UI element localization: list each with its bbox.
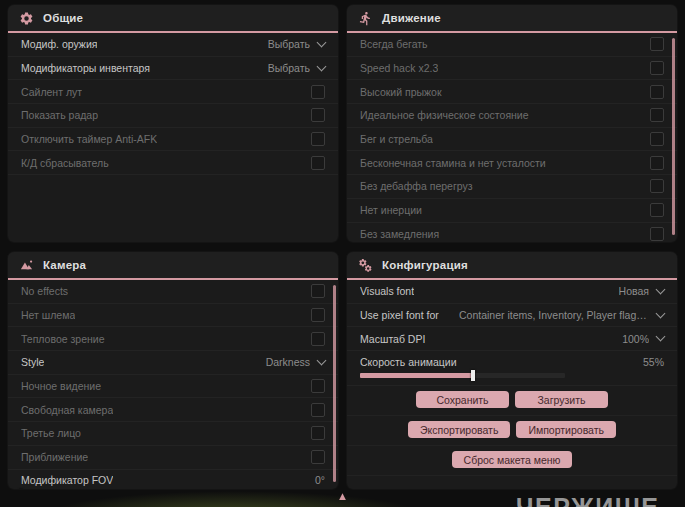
setting-row-speed-hack: Speed hack x2.3 — [347, 57, 677, 81]
animation-speed-value: 55% — [643, 356, 664, 368]
save-button[interactable]: Сохранить — [416, 391, 509, 408]
inventory-mods-dropdown[interactable]: Выбрать — [268, 62, 325, 74]
dpi-scale-dropdown-value: 100% — [622, 333, 649, 345]
panel-camera-header: Камера — [8, 252, 338, 280]
setting-label: Сайлент лут — [21, 86, 82, 98]
show-radar-checkbox[interactable] — [311, 108, 325, 122]
visuals-font-dropdown[interactable]: Новая — [619, 285, 664, 297]
setting-label: Visuals font — [360, 285, 414, 297]
setting-label: Третье лицо — [21, 427, 81, 439]
setting-row-silent-loot: Сайлент лут — [8, 80, 338, 104]
cooldown-reset-checkbox[interactable] — [311, 156, 325, 170]
chevron-down-icon — [317, 37, 327, 47]
always-run-checkbox[interactable] — [650, 37, 664, 51]
no-helmet-checkbox[interactable] — [311, 308, 325, 322]
no-effects-checkbox[interactable] — [311, 284, 325, 298]
setting-row-style: StyleDarkness — [8, 351, 338, 375]
setting-row-anti-afk-timer: Отключить таймер Anti-AFK — [8, 128, 338, 152]
reset-menu-layout-button[interactable]: Сброс макета меню — [452, 451, 573, 468]
setting-label: Ночное видение — [21, 380, 101, 392]
thermal-vision-checkbox[interactable] — [311, 332, 325, 346]
config-buttons: СохранитьЗагрузитьЭкспортироватьИмпортир… — [347, 386, 677, 476]
export-button[interactable]: Экспортировать — [408, 421, 510, 438]
night-vision-checkbox[interactable] — [311, 379, 325, 393]
setting-label: Без дебаффа перегруз — [360, 180, 473, 192]
animation-speed-slider-fill — [360, 373, 473, 378]
silent-loot-checkbox[interactable] — [311, 85, 325, 99]
inventory-mods-dropdown-value: Выбрать — [268, 62, 310, 74]
panel-title: Движение — [382, 12, 441, 24]
perfect-physical-condition-checkbox[interactable] — [650, 108, 664, 122]
setting-label: Масштаб DPI — [360, 333, 425, 345]
setting-label: Приближение — [21, 451, 88, 463]
panel-camera: Камера No effectsНет шлемаТепловое зрени… — [8, 252, 338, 489]
setting-label: Высокий прыжок — [360, 86, 442, 98]
third-person-checkbox[interactable] — [311, 426, 325, 440]
setting-row-animation-speed: Скорость анимации55% — [347, 351, 677, 386]
dpi-scale-dropdown[interactable]: 100% — [622, 333, 664, 345]
setting-label: Use pixel font for — [360, 309, 439, 321]
panel-camera-rows: No effectsНет шлемаТепловое зрениеStyleD… — [8, 280, 338, 489]
setting-row-no-inertia: Нет инерции — [347, 199, 677, 223]
animation-speed-slider-thumb[interactable] — [471, 370, 475, 381]
setting-row-pixel-font-scope: Use pixel font forContainer items, Inven… — [347, 304, 677, 328]
visuals-font-dropdown-value: Новая — [619, 285, 649, 297]
chevron-down-icon — [317, 61, 327, 71]
setting-label: Модиф. оружия — [21, 38, 97, 50]
config-button-row: СохранитьЗагрузить — [347, 386, 677, 416]
setting-row-third-person: Третье лицо — [8, 422, 338, 446]
no-slowdown-checkbox[interactable] — [650, 227, 664, 241]
movement-scrollbar[interactable] — [672, 38, 675, 235]
infinite-stamina-checkbox[interactable] — [650, 156, 664, 170]
chevron-down-icon — [317, 355, 327, 365]
style-dropdown[interactable]: Darkness — [266, 356, 325, 368]
chevron-down-icon — [656, 332, 666, 342]
setting-label: Speed hack x2.3 — [360, 62, 438, 74]
camera-scrollbar[interactable] — [333, 285, 336, 482]
setting-label: Style — [21, 356, 44, 368]
setting-row-visuals-font: Visuals fontНовая — [347, 280, 677, 304]
setting-label: К/Д сбрасыватель — [21, 157, 109, 169]
game-background-glow — [40, 491, 430, 507]
setting-label: Без замедления — [360, 228, 439, 240]
setting-row-cooldown-reset: К/Д сбрасыватель — [8, 151, 338, 175]
gear-icon — [19, 11, 34, 26]
setting-label: Модификаторы инвентаря — [21, 62, 150, 74]
high-jump-checkbox[interactable] — [650, 85, 664, 99]
panel-config: Конфигурация Visuals fontНоваяUse pixel … — [347, 252, 677, 489]
zoom-checkbox[interactable] — [311, 450, 325, 464]
setting-label: Свободная камера — [21, 404, 113, 416]
no-inertia-checkbox[interactable] — [650, 203, 664, 217]
animation-speed-slider-track[interactable] — [360, 373, 565, 378]
setting-row-fov-modifier: Модификатор FOV0° — [8, 470, 338, 490]
style-dropdown-value: Darkness — [266, 356, 310, 368]
no-overload-debuff-checkbox[interactable] — [650, 179, 664, 193]
setting-label: Тепловое зрение — [21, 333, 105, 345]
setting-row-no-helmet: Нет шлема — [8, 304, 338, 328]
setting-row-dpi-scale: Масштаб DPI100% — [347, 327, 677, 351]
setting-row-zoom: Приближение — [8, 446, 338, 470]
run-and-shoot-checkbox[interactable] — [650, 132, 664, 146]
chevron-down-icon — [656, 308, 666, 318]
anti-afk-timer-checkbox[interactable] — [311, 132, 325, 146]
import-button[interactable]: Импортировать — [516, 421, 616, 438]
double-gear-icon — [358, 258, 373, 273]
config-button-row: Сброс макета меню — [347, 446, 677, 476]
setting-label: Показать радар — [21, 109, 98, 121]
pixel-font-scope-dropdown[interactable]: Container items, Inventory, Player flags… — [459, 309, 664, 321]
setting-label: Нет инерции — [360, 204, 422, 216]
weapon-mod-dropdown[interactable]: Выбрать — [268, 38, 325, 50]
speed-hack-checkbox[interactable] — [650, 61, 664, 75]
mountains-icon — [19, 258, 34, 273]
mod-menu-screen: Общие Модиф. оружияВыбратьМодификаторы и… — [0, 0, 685, 507]
free-camera-checkbox[interactable] — [311, 403, 325, 417]
panel-general: Общие Модиф. оружияВыбратьМодификаторы и… — [8, 5, 338, 242]
fov-modifier-slider-thumb[interactable] — [19, 489, 23, 490]
load-button[interactable]: Загрузить — [515, 391, 608, 408]
panel-general-rows: Модиф. оружияВыбратьМодификаторы инвента… — [8, 33, 338, 175]
panel-general-header: Общие — [8, 5, 338, 33]
setting-label: Бег и стрельба — [360, 133, 433, 145]
panel-title: Общие — [43, 12, 83, 24]
setting-row-run-and-shoot: Бег и стрельба — [347, 128, 677, 152]
setting-label: Всегда бегать — [360, 38, 428, 50]
